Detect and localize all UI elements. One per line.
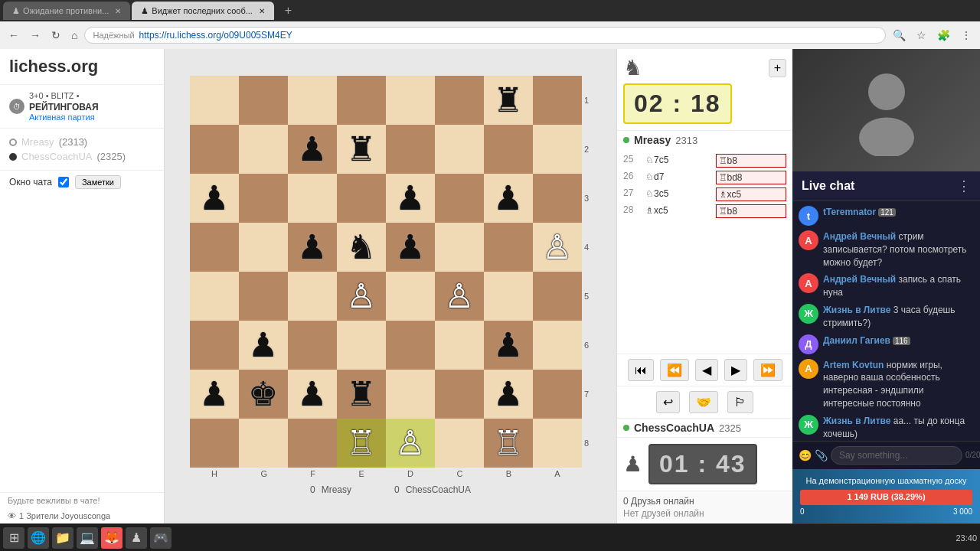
square[interactable] (190, 321, 239, 370)
taskbar-steam[interactable]: 🎮 (150, 527, 172, 549)
square[interactable]: ♟ (484, 174, 533, 223)
taskbar-chess[interactable]: ♟ (126, 527, 147, 549)
taskbar-terminal[interactable]: 💻 (77, 527, 98, 549)
notes-button[interactable]: Заметки (75, 175, 121, 189)
square[interactable] (484, 125, 533, 174)
menu-button[interactable]: ⋮ (957, 28, 975, 43)
tab-close-1[interactable]: ✕ (115, 7, 121, 15)
tab-new[interactable]: + (276, 2, 301, 20)
address-bar[interactable]: Надёжный https://ru.lichess.org/o09U005S… (84, 27, 886, 44)
takeback-button[interactable]: ↩ (656, 391, 680, 413)
square[interactable] (484, 223, 533, 272)
square[interactable]: ♟ (484, 321, 533, 370)
square[interactable]: ♟ (386, 223, 435, 272)
square[interactable] (435, 370, 484, 419)
square[interactable] (533, 419, 582, 468)
square[interactable] (239, 419, 288, 468)
square[interactable] (288, 419, 337, 468)
square[interactable]: ♙ (386, 419, 435, 468)
square[interactable] (288, 76, 337, 125)
taskbar-firefox[interactable]: 🦊 (101, 527, 122, 549)
move-white[interactable]: ♘d7 (643, 171, 714, 184)
square[interactable] (435, 419, 484, 468)
reload-button[interactable]: ↻ (47, 28, 64, 43)
square[interactable] (190, 76, 239, 125)
square[interactable]: ♚ (239, 370, 288, 419)
square[interactable] (435, 321, 484, 370)
resign-button[interactable]: 🏳 (727, 391, 753, 413)
move-black[interactable]: ♖b8 (716, 154, 787, 168)
move-black[interactable]: ♖b8 (716, 204, 787, 218)
square[interactable] (190, 272, 239, 321)
square[interactable] (435, 223, 484, 272)
square[interactable]: ♙ (435, 272, 484, 321)
square[interactable]: ♟ (190, 174, 239, 223)
square[interactable] (484, 272, 533, 321)
bookmark-button[interactable]: ☆ (913, 28, 930, 43)
back-button[interactable]: ← (5, 28, 23, 43)
prev-fast-button[interactable]: ⏪ (660, 359, 689, 381)
forward-button[interactable]: → (26, 28, 44, 43)
home-button[interactable]: ⌂ (67, 28, 81, 43)
square[interactable] (533, 76, 582, 125)
square[interactable]: ♙ (337, 272, 386, 321)
square[interactable] (239, 223, 288, 272)
add-time-button[interactable]: + (769, 59, 786, 77)
square[interactable] (386, 321, 435, 370)
square[interactable] (337, 76, 386, 125)
square[interactable] (190, 419, 239, 468)
square[interactable] (533, 272, 582, 321)
draw-button[interactable]: 🤝 (689, 391, 718, 413)
square[interactable] (533, 125, 582, 174)
square[interactable]: ♟ (190, 370, 239, 419)
square[interactable] (239, 272, 288, 321)
square[interactable] (435, 76, 484, 125)
taskbar-browser[interactable]: 🌐 (28, 527, 49, 549)
tab-inactive-1[interactable]: ♟ Ожидание противни... ✕ (3, 2, 130, 20)
square[interactable]: ♟ (386, 174, 435, 223)
square[interactable] (386, 272, 435, 321)
square[interactable]: ♜ (337, 125, 386, 174)
square[interactable]: ♙ (533, 223, 582, 272)
square[interactable]: ♜ (337, 370, 386, 419)
square[interactable] (435, 174, 484, 223)
move-black[interactable]: ♗xc5 (716, 187, 787, 201)
square[interactable] (288, 272, 337, 321)
square[interactable] (533, 370, 582, 419)
square[interactable] (386, 125, 435, 174)
square[interactable]: ♟ (288, 125, 337, 174)
square[interactable] (288, 174, 337, 223)
emoji-button[interactable]: 😊 (799, 449, 812, 461)
square[interactable] (533, 321, 582, 370)
chat-menu-button[interactable]: ⋮ (957, 178, 971, 194)
square[interactable] (386, 370, 435, 419)
move-white[interactable]: ♘3c5 (643, 187, 714, 201)
tab-close-2[interactable]: ✕ (259, 7, 265, 15)
chess-board[interactable]: ♜♟♜♟♟♟♟♞♟♙♙♙♟♟♟♚♟♜♟♖♙♖ (190, 76, 582, 468)
square[interactable]: ♟ (239, 321, 288, 370)
square[interactable] (435, 125, 484, 174)
first-move-button[interactable]: ⏮ (628, 359, 654, 381)
square[interactable]: ♖ (337, 419, 386, 468)
chat-input[interactable] (831, 446, 962, 465)
chat-checkbox[interactable] (58, 177, 69, 187)
sticker-button[interactable]: 📎 (815, 449, 828, 461)
last-move-button[interactable]: ⏩ (753, 359, 782, 381)
extensions-button[interactable]: 🧩 (933, 28, 954, 43)
square[interactable] (190, 125, 239, 174)
square[interactable] (239, 125, 288, 174)
square[interactable]: ♟ (484, 370, 533, 419)
square[interactable]: ♖ (484, 419, 533, 468)
square[interactable] (386, 76, 435, 125)
prev-button[interactable]: ◀ (695, 359, 718, 381)
square[interactable] (337, 321, 386, 370)
search-button[interactable]: 🔍 (889, 28, 910, 43)
move-white[interactable]: ♘7c5 (643, 154, 714, 168)
square[interactable] (239, 76, 288, 125)
square[interactable]: ♜ (484, 76, 533, 125)
move-black[interactable]: ♖bd8 (716, 171, 787, 184)
square[interactable] (288, 321, 337, 370)
next-button[interactable]: ▶ (724, 359, 747, 381)
square[interactable] (190, 223, 239, 272)
square[interactable]: ♟ (288, 370, 337, 419)
